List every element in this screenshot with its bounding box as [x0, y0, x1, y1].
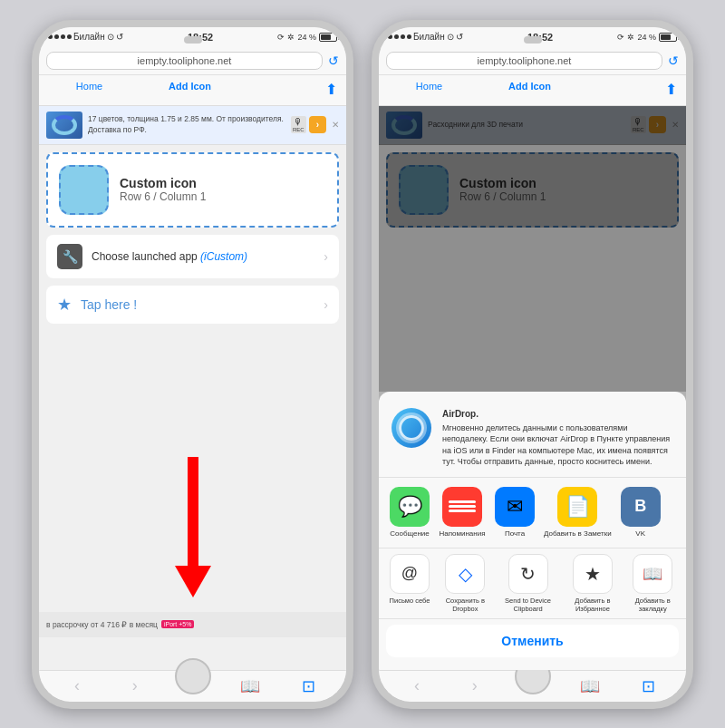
messages-icon: 💬 [390, 487, 430, 527]
vk-label: VK [635, 529, 645, 539]
tab-home[interactable]: Home [39, 75, 140, 105]
phone2-forward-button[interactable]: › [461, 676, 488, 695]
phone2-status-left: Билайн ⊙ ↺ [388, 32, 463, 42]
chevron-icon: › [324, 249, 328, 264]
share-action-bookmark[interactable]: 📖 Добавить в закладку [626, 554, 679, 613]
bottom-ad-inner: в рассрочку от 4 716 ₽ в месяц iPort +5% [46, 620, 194, 629]
phone2-back-button[interactable]: ‹ [403, 676, 430, 695]
share-app-messages[interactable]: 💬 Сообщение [386, 487, 433, 539]
signal-strength [48, 34, 72, 39]
phone2-refresh-button[interactable]: ↺ [668, 53, 679, 68]
notes-label: Добавить в Заметки [544, 529, 612, 539]
rec-badge: 🎙 REC [291, 116, 306, 133]
wifi-icon: ⊙ [107, 32, 114, 42]
mail-self-icon: @ [390, 554, 430, 594]
share-actions-row: @ Письмо себе ◇ Сохранить в Dropbox ↻ Se… [379, 548, 686, 619]
phone2-bluetooth-icon: ✲ [627, 33, 634, 42]
phone2-battery-icon [659, 33, 677, 42]
status-right: ⟳ ✲ 24 % [277, 33, 337, 42]
phone2-battery-fill [661, 34, 671, 40]
tap-chevron-icon: › [324, 297, 328, 312]
bottom-ad: в рассрочку от 4 716 ₽ в месяц iPort +5% [39, 612, 346, 637]
share-action-favorites[interactable]: ★ Добавить в Избранное [564, 554, 621, 613]
chooser-sub: (iCustom) [200, 250, 247, 263]
airdrop-text: AirDrop. Мгновенно делитесь данными с по… [442, 408, 673, 468]
messages-label: Сообщение [390, 529, 430, 539]
bookmarks-button[interactable]: 📖 [237, 676, 264, 696]
share-action-dropbox[interactable]: ◇ Сохранить в Dropbox [439, 554, 492, 613]
app-chooser[interactable]: 🔧 Choose launched app (iCustom) › [46, 235, 339, 278]
chooser-text: Choose launched app (iCustom) [92, 250, 314, 263]
phone-notch [184, 36, 202, 44]
phone2-tabs-button[interactable]: ⊡ [634, 676, 662, 696]
phone2-signal [388, 34, 411, 39]
share-action-mail-self[interactable]: @ Письмо себе [386, 554, 433, 613]
sync-icon: ↺ [116, 32, 123, 42]
carrier-name: Билайн [73, 32, 105, 42]
icon-text: Custom icon Row 6 / Column 1 [120, 176, 206, 203]
share-app-vk[interactable]: В VK [617, 487, 664, 539]
phone-1: Билайн ⊙ ↺ 18:52 ⟳ ✲ 24 % iempty.tooliph… [32, 20, 353, 709]
address-bar: iempty.tooliphone.net ↺ [39, 47, 346, 75]
content-area: 17 цветов, толщина 1.75 и 2.85 мм. От пр… [39, 106, 346, 670]
signal-dot-3 [61, 34, 65, 39]
favorites-label: Добавить в Избранное [564, 597, 621, 613]
share-app-notes[interactable]: 📄 Добавить в Заметки [544, 487, 612, 539]
phone2-sync-icon: ↺ [456, 32, 463, 42]
ad-text: 17 цветов, толщина 1.75 и 2.85 мм. От пр… [88, 114, 285, 134]
airdrop-row: AirDrop. Мгновенно делитесь данными с по… [379, 399, 686, 478]
phone2-bookmarks-button[interactable]: 📖 [576, 676, 604, 696]
rotate-icon: ⟳ [277, 33, 285, 42]
tabs-button[interactable]: ⊡ [295, 676, 322, 696]
arrow-shaft [188, 457, 198, 566]
phone2-status-right: ⟳ ✲ 24 % [617, 33, 677, 42]
share-sheet: AirDrop. Мгновенно делитесь данными с по… [379, 392, 686, 670]
tap-here[interactable]: ★ Tap here ! › [46, 286, 339, 324]
airdrop-desc: Мгновенно делитесь данными с пользовател… [442, 422, 673, 468]
ad-image [46, 112, 82, 139]
phone-2-notch [524, 36, 542, 44]
ad-cta-button[interactable]: › [309, 116, 326, 133]
airdrop-icon [392, 408, 431, 448]
forward-button[interactable]: › [121, 676, 149, 695]
mail-self-label: Письмо себе [390, 597, 430, 605]
ad-right: 🎙 REC › [291, 116, 326, 133]
mail-icon: ✉ [495, 487, 535, 527]
share-action-device[interactable]: ↻ Send to Device Clipboard [498, 554, 559, 613]
airdrop-rings [399, 415, 424, 441]
share-app-reminders[interactable]: Напоминания [439, 487, 486, 539]
phone2-tab-add-icon[interactable]: Add Icon [479, 75, 580, 105]
phone2-content-area: Расходники для 3D печати 🎙 REC › ✕ Cust [379, 106, 686, 670]
cancel-button[interactable]: Отменить [386, 625, 679, 657]
share-app-mail[interactable]: ✉ Почта [491, 487, 538, 539]
status-left: Билайн ⊙ ↺ [48, 32, 123, 42]
custom-icon-card[interactable]: Custom icon Row 6 / Column 1 [46, 152, 339, 228]
iport-badge: iPort +5% [161, 620, 195, 628]
nav-tabs: Home Add Icon ⬆ [39, 75, 346, 106]
dropbox-icon: ◇ [445, 554, 485, 594]
custom-icon-placeholder [59, 165, 109, 215]
url-field[interactable]: iempty.tooliphone.net [46, 52, 323, 70]
phone2-battery-label: 24 % [637, 33, 656, 42]
mail-label: Почта [505, 529, 525, 539]
phone2-tab-home[interactable]: Home [379, 75, 479, 105]
share-icon: ⬆ [325, 81, 337, 98]
phone2-url-field[interactable]: iempty.tooliphone.net [386, 52, 662, 70]
signal-dot-2 [54, 34, 59, 39]
home-button[interactable] [175, 658, 211, 694]
arrow-container [175, 457, 211, 597]
share-apps-row: 💬 Сообщение Напоминания [379, 478, 686, 548]
share-apps-scroll: 💬 Сообщение Напоминания [386, 487, 679, 539]
tab-add-icon[interactable]: Add Icon [140, 75, 240, 105]
send-device-icon: ↻ [508, 554, 548, 594]
bottom-ad-text: в рассрочку от 4 716 ₽ в месяц [46, 620, 158, 629]
dimmed-backdrop[interactable] [379, 106, 686, 392]
back-button[interactable]: ‹ [63, 676, 91, 695]
refresh-button[interactable]: ↺ [328, 53, 339, 68]
tab-share[interactable]: ⬆ [240, 75, 346, 105]
bookmark-icon: 📖 [633, 554, 672, 594]
signal-dot-1 [48, 34, 53, 39]
phone2-tab-share[interactable]: ⬆ [580, 75, 686, 105]
ad-close[interactable]: ✕ [332, 120, 339, 130]
favorites-icon: ★ [573, 554, 613, 594]
